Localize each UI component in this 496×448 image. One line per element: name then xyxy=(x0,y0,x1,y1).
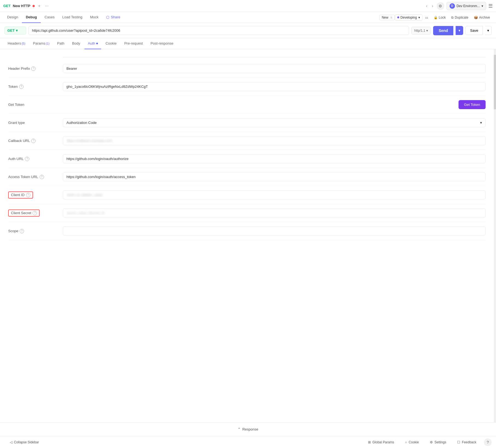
subtab-path[interactable]: Path xyxy=(54,38,68,49)
cookie-button[interactable]: ○ Cookie xyxy=(399,440,424,444)
tab-load-testing[interactable]: Load Testing xyxy=(59,12,86,23)
response-arrow-icon: ⌃ xyxy=(238,427,241,431)
client-id-input[interactable] xyxy=(63,190,486,199)
auth-url-label: Auth URL ? xyxy=(8,157,63,161)
tab-cases[interactable]: Cases xyxy=(41,12,59,23)
developing-badge[interactable]: Developing ▾ xyxy=(395,14,422,21)
main-content: Header Prefix ? Token ? Get Token Get To… xyxy=(0,49,496,422)
header-prefix-help-icon[interactable]: ? xyxy=(31,66,36,71)
protocol-dropdown-icon: ▾ xyxy=(426,29,428,33)
client-id-label-wrapper: Client ID ? xyxy=(8,191,63,199)
access-token-url-input[interactable] xyxy=(63,172,486,181)
send-button[interactable]: Send xyxy=(433,26,453,35)
get-token-button[interactable]: Get Token xyxy=(459,100,486,109)
method-value: GET xyxy=(7,28,15,33)
subtab-post-response[interactable]: Post-response xyxy=(147,38,177,49)
settings-button[interactable]: ⚙ Settings xyxy=(424,440,452,444)
client-secret-label-highlighted: Client Secret ? xyxy=(8,210,40,217)
save-button[interactable]: Save xyxy=(465,26,483,35)
archive-button[interactable]: 📦 Archive xyxy=(471,15,493,20)
tab-design[interactable]: Design xyxy=(3,12,22,23)
collapse-icon: ◁ xyxy=(10,440,12,444)
access-token-url-row: Access Token URL ? xyxy=(8,168,486,186)
header-prefix-label: Header Prefix ? xyxy=(8,66,63,71)
callback-url-label: Callback URL ? xyxy=(8,139,63,143)
global-params-button[interactable]: ⊞ Global Params xyxy=(363,440,399,444)
menu-button[interactable]: ☰ xyxy=(488,3,493,9)
protocol-select[interactable]: http/1.1 ▾ xyxy=(411,27,431,34)
scope-label: Scope ? xyxy=(8,229,63,233)
tab-share[interactable]: ⬡ Share xyxy=(102,12,124,23)
nav-back-button[interactable]: ‹ xyxy=(425,2,428,10)
url-input[interactable] xyxy=(28,26,409,35)
env-avatar: D xyxy=(450,3,455,9)
subtab-auth[interactable]: Auth xyxy=(84,38,101,49)
client-secret-help-icon[interactable]: ? xyxy=(33,211,37,215)
scrollbar-thumb[interactable] xyxy=(494,55,496,109)
auth-url-row: Auth URL ? xyxy=(8,150,486,168)
client-secret-input[interactable] xyxy=(63,208,486,217)
callback-url-input[interactable] xyxy=(63,136,486,145)
send-dropdown-button[interactable]: ▾ xyxy=(456,26,463,35)
settings-icon-btn[interactable]: ⚙ xyxy=(437,2,444,10)
share-icon: ⬡ xyxy=(106,15,109,19)
tab-bar: Design Debug Cases Load Testing Mock ⬡ S… xyxy=(0,12,496,23)
collapse-sidebar-button[interactable]: ◁ Collapse Sidebar xyxy=(4,440,44,444)
scope-input[interactable] xyxy=(63,226,486,235)
token-row: Token ? xyxy=(8,78,486,96)
global-params-icon: ⊞ xyxy=(368,440,371,444)
request-title: New HTTP xyxy=(13,4,30,8)
env-selector[interactable]: D Dev Environm... ▾ xyxy=(447,2,486,10)
feedback-icon: ☐ xyxy=(457,440,460,444)
sub-tabs: Headers (5) Params (1) Path Body Auth Co… xyxy=(0,38,496,49)
subtab-cookie[interactable]: Cookie xyxy=(102,38,120,49)
tab-mock[interactable]: Mock xyxy=(86,12,102,23)
subtab-params[interactable]: Params (1) xyxy=(30,38,53,49)
feedback-button[interactable]: ☐ Feedback xyxy=(452,440,482,444)
duplicate-button[interactable]: ⧉ Duplicate xyxy=(448,15,471,20)
cookie-icon: ○ xyxy=(405,440,407,444)
archive-icon: 📦 xyxy=(474,16,478,19)
subtab-headers[interactable]: Headers (5) xyxy=(4,38,29,49)
subtab-body[interactable]: Body xyxy=(69,38,84,49)
access-token-url-label: Access Token URL ? xyxy=(8,175,63,179)
dev-dot xyxy=(397,16,399,18)
get-token-row: Get Token Get Token xyxy=(8,96,486,114)
token-help-icon[interactable]: ? xyxy=(19,85,24,89)
more-button[interactable]: ··· xyxy=(44,2,49,10)
subtab-pre-request[interactable]: Pre-request xyxy=(121,38,146,49)
token-input[interactable] xyxy=(63,82,486,91)
lock-button[interactable]: 🔒 Lock xyxy=(431,15,448,20)
method-select[interactable]: GET ▾ xyxy=(4,27,26,34)
bottom-bar: ◁ Collapse Sidebar ⊞ Global Params ○ Coo… xyxy=(0,436,496,448)
grant-type-dropdown-icon: ▾ xyxy=(480,121,482,125)
auth-url-help-icon[interactable]: ? xyxy=(25,157,29,161)
method-label: GET xyxy=(3,4,11,8)
client-id-label-highlighted: Client ID ? xyxy=(8,191,33,199)
response-bar[interactable]: ⌃ Response xyxy=(0,422,496,436)
grant-type-row: Grant type Authorization Code ▾ xyxy=(8,114,486,132)
response-label: Response xyxy=(242,427,258,431)
filter-options-button[interactable]: ⚏ xyxy=(422,15,431,20)
header-prefix-input[interactable] xyxy=(63,64,486,73)
access-token-url-help-icon[interactable]: ? xyxy=(40,175,44,179)
callback-url-help-icon[interactable]: ? xyxy=(31,139,36,143)
tab-debug[interactable]: Debug xyxy=(22,12,40,23)
method-dropdown-icon: ▾ xyxy=(16,28,18,33)
save-dropdown-button[interactable]: ▾ xyxy=(485,26,492,35)
env-dropdown-icon: ▾ xyxy=(482,4,483,8)
client-id-row: Client ID ? xyxy=(8,186,486,204)
url-bar: GET ▾ http/1.1 ▾ Send ▾ Save ▾ xyxy=(0,23,496,38)
client-secret-label-wrapper: Client Secret ? xyxy=(8,210,63,217)
new-badge[interactable]: New ≡ xyxy=(379,15,395,20)
help-button[interactable]: ? xyxy=(484,438,492,446)
grant-type-select[interactable]: Authorization Code ▾ xyxy=(63,118,486,127)
scope-help-icon[interactable]: ? xyxy=(20,229,24,233)
scrollbar[interactable] xyxy=(494,49,496,422)
developing-dropdown-icon: ▾ xyxy=(418,16,420,19)
auth-url-input[interactable] xyxy=(63,154,486,163)
nav-fwd-button[interactable]: › xyxy=(431,2,434,10)
client-secret-row: Client Secret ? xyxy=(8,204,486,222)
add-tab-button[interactable]: + xyxy=(37,2,42,10)
client-id-help-icon[interactable]: ? xyxy=(26,193,30,197)
